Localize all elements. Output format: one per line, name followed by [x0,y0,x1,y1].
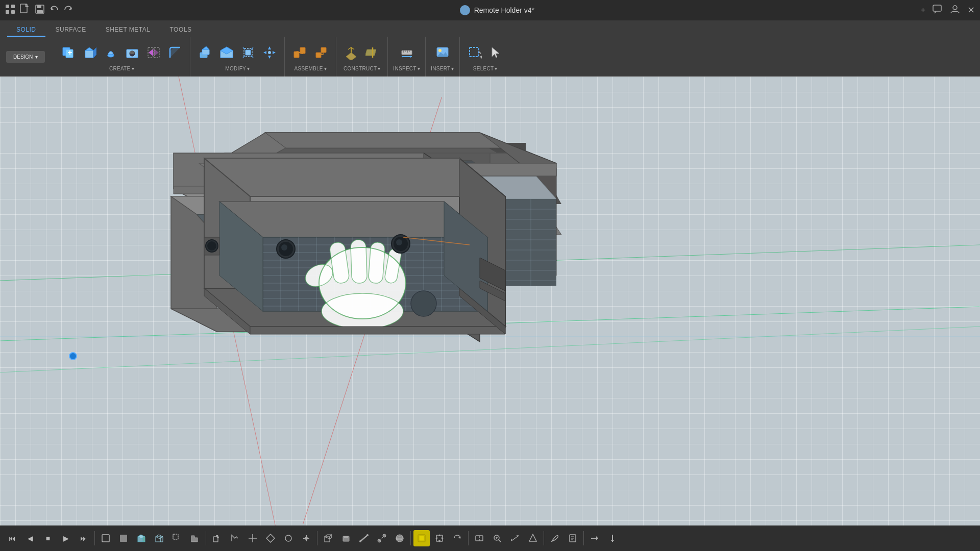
cursor-button[interactable] [486,42,506,63]
tab-solid[interactable]: SOLID [7,23,45,37]
title-bar-center: Remote Holder v4* [460,5,534,15]
title-bar-right: + ✕ [921,4,975,16]
status-select2-button[interactable] [187,530,203,546]
assemble-button[interactable] [311,42,331,63]
add-tab-button[interactable]: + [921,6,925,15]
app-logo [460,5,470,15]
svg-point-57 [438,49,442,52]
playback-play-button[interactable]: ▶ [58,530,74,546]
svg-point-216 [305,537,308,540]
plane-button[interactable] [341,42,361,63]
svg-marker-55 [410,56,412,58]
status-bar: ⏮ ◀ ■ ▶ ⏭ [0,525,980,551]
close-window-button[interactable]: ✕ [967,5,975,16]
status-note-button[interactable] [565,530,581,546]
playback-stop-button[interactable]: ■ [40,530,56,546]
playback-prev-button[interactable]: ◀ [22,530,38,546]
push-pull-button[interactable] [195,42,215,63]
status-tool-c[interactable] [262,530,279,546]
status-3dbox-button[interactable] [320,530,336,546]
select-icons [465,42,506,63]
status-3d-button[interactable] [133,530,150,546]
status-tool-cross2[interactable] [298,530,314,546]
svg-rect-200 [120,535,127,542]
tray-model-svg[interactable] [122,107,592,393]
svg-marker-54 [402,56,403,58]
select-label: SELECT ▾ [473,66,498,71]
tab-sheet-metal[interactable]: SHEET METAL [96,23,160,37]
svg-marker-248 [529,534,536,541]
svg-rect-1 [11,5,15,8]
move-button[interactable] [260,42,279,63]
svg-marker-29 [202,46,209,49]
svg-point-223 [359,540,361,542]
modify-icons [195,42,279,63]
tab-tools[interactable]: TOOLS [160,23,201,37]
design-button[interactable]: DESIGN ▾ [6,51,45,63]
mirror-button[interactable] [144,42,163,63]
status-body-button[interactable] [391,530,408,546]
status-analyze-button[interactable] [489,530,505,546]
status-select1-button[interactable] [169,530,185,546]
undo-button[interactable] [49,4,59,16]
tab-surface[interactable]: SURFACE [46,23,95,37]
status-tool-b[interactable] [227,530,243,546]
design-label: DESIGN [13,54,33,60]
chat-button[interactable] [933,4,943,16]
status-right1-button[interactable] [586,530,603,546]
status-right2-button[interactable] [604,530,621,546]
axis-button[interactable] [363,42,382,63]
status-vertex-button[interactable] [374,530,390,546]
inspect-icons [397,42,416,63]
playback-end-button[interactable]: ⏭ [76,530,92,546]
select-box-button[interactable] [465,42,484,63]
redo-button[interactable] [63,4,74,16]
window-title: Remote Holder v4* [474,6,534,14]
svg-rect-46 [365,49,376,56]
status-wire-button[interactable] [151,530,167,546]
extrude-button[interactable] [80,42,99,63]
svg-point-188 [411,291,436,316]
measure-button[interactable] [397,42,416,63]
status-tool-a[interactable] [209,530,225,546]
status-rect-button[interactable] [97,530,114,546]
construct-label: CONSTRUCT ▾ [344,66,381,71]
status-edge-button[interactable] [356,530,372,546]
playback-start-button[interactable]: ⏮ [4,530,20,546]
status-rect2-button[interactable] [115,530,132,546]
svg-point-213 [285,535,291,541]
status-sketch-button[interactable] [547,530,563,546]
status-triad-button[interactable] [525,530,541,546]
status-measure2-button[interactable] [507,530,523,546]
scale-button[interactable] [238,42,258,63]
offset-face-button[interactable] [217,42,236,63]
tab-row: SOLID SURFACE SHEET METAL TOOLS [0,20,980,37]
svg-point-184 [281,244,287,251]
new-component-button[interactable] [58,42,78,63]
status-section-button[interactable] [471,530,487,546]
status-tool-d[interactable] [280,530,297,546]
canvas-area[interactable] [0,77,980,525]
svg-rect-44 [316,53,321,58]
file-button[interactable] [19,4,31,17]
status-face-button[interactable] [338,530,354,546]
svg-marker-24 [149,49,153,56]
status-separator-4 [410,531,411,545]
revolve-button[interactable] [101,42,120,63]
save-button[interactable] [35,4,45,16]
joint-button[interactable] [290,42,309,63]
fillet-button[interactable] [165,42,185,63]
status-rotate-button[interactable] [449,530,465,546]
modify-group: MODIFY ▾ [190,37,285,77]
design-arrow: ▾ [35,54,38,60]
status-move2-button[interactable] [431,530,448,546]
hole-button[interactable] [122,42,142,63]
user-button[interactable] [950,4,960,16]
svg-line-242 [499,540,501,542]
construct-icons [341,42,382,63]
svg-point-22 [130,51,135,54]
app-grid-button[interactable] [5,4,15,16]
insert-image-button[interactable] [433,42,452,63]
status-highlight-button[interactable] [413,530,430,546]
status-tool-cross[interactable] [244,530,261,546]
